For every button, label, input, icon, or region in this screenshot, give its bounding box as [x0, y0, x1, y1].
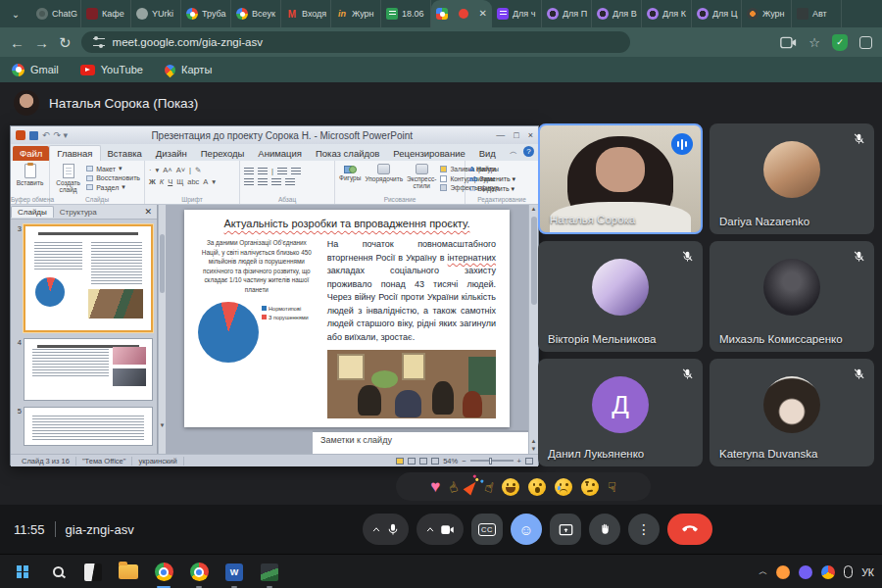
- zoom-slider[interactable]: [470, 460, 514, 462]
- view-reading-icon[interactable]: [419, 458, 427, 465]
- bookmark-maps[interactable]: Карты: [165, 64, 212, 75]
- reaction-thumbs-up-icon[interactable]: ☝: [447, 478, 460, 494]
- panel-tab-slides[interactable]: Слайды: [11, 206, 54, 218]
- browser-tab[interactable]: 18.06: [381, 0, 431, 27]
- reaction-joy-icon[interactable]: [502, 478, 519, 496]
- avatar: [592, 259, 649, 316]
- present-screen-button[interactable]: [550, 514, 581, 545]
- site-settings-icon[interactable]: [93, 38, 105, 46]
- taskbar-chrome-profile2[interactable]: [188, 562, 210, 583]
- camera-options-chevron-icon[interactable]: [425, 525, 435, 533]
- layout-button: Макет ▾: [86, 165, 140, 172]
- mic-options-chevron-icon[interactable]: [371, 525, 381, 533]
- bookmark-star-icon[interactable]: ☆: [808, 36, 820, 49]
- reaction-crying-icon[interactable]: [555, 478, 572, 496]
- tab-close-icon[interactable]: ✕: [479, 9, 487, 19]
- reactions-button[interactable]: ☺: [511, 514, 542, 545]
- browser-tab[interactable]: Для П: [542, 0, 592, 27]
- browser-tab[interactable]: Труба: [181, 0, 231, 27]
- reaction-party-popper-icon[interactable]: [463, 478, 479, 495]
- browser-tab[interactable]: ChatG: [31, 0, 81, 27]
- panel-scrollbar[interactable]: ▼: [158, 205, 166, 454]
- browser-tab[interactable]: Для К: [642, 0, 692, 27]
- participant-tile-viktoria[interactable]: Вікторія Мельникова: [538, 241, 703, 352]
- fit-to-window-icon[interactable]: [525, 458, 533, 465]
- taskbar-app-photos[interactable]: [82, 562, 104, 583]
- tray-expand-icon[interactable]: ︿: [759, 565, 767, 578]
- taskbar-word[interactable]: W: [223, 562, 245, 583]
- address-bar[interactable]: meet.google.com/gia-zngi-asv: [81, 31, 630, 53]
- tab-camera-icon[interactable]: [780, 36, 797, 49]
- captions-button[interactable]: CC: [471, 514, 503, 545]
- forward-button[interactable]: →: [34, 35, 49, 50]
- hangup-icon: [681, 524, 699, 534]
- avatar: [763, 141, 820, 198]
- slide-thumbnail-3[interactable]: [24, 224, 153, 332]
- extensions-icon[interactable]: [859, 36, 872, 49]
- view-sorter-icon[interactable]: [408, 458, 416, 465]
- more-options-button[interactable]: ⋮: [628, 514, 660, 545]
- next-slide-button[interactable]: ▼: [529, 446, 538, 452]
- browser-tab[interactable]: YUrki: [131, 0, 181, 27]
- slide-photo: [327, 350, 496, 418]
- browser-tab-active-meet[interactable]: ✕: [431, 0, 492, 27]
- reaction-thumbs-down-icon[interactable]: ☟: [608, 480, 616, 494]
- mic-button[interactable]: [363, 514, 409, 545]
- tab-search-button[interactable]: ⌄: [3, 3, 28, 24]
- raise-hand-button[interactable]: [589, 514, 620, 545]
- back-button[interactable]: ←: [10, 35, 24, 50]
- tray-app-icon[interactable]: [821, 565, 835, 579]
- url-text[interactable]: meet.google.com/gia-zngi-asv: [113, 36, 263, 48]
- bookmark-youtube[interactable]: YouTube: [80, 64, 143, 75]
- taskbar-image-app[interactable]: [259, 562, 280, 583]
- browser-tab[interactable]: Всеук: [231, 0, 281, 27]
- purple-favicon: [597, 8, 609, 20]
- linkedin-favicon: in: [336, 8, 348, 20]
- ppt-tab-slideshow: Показ слайдов: [309, 146, 386, 161]
- participant-tile-dariya[interactable]: Dariya Nazarenko: [710, 123, 874, 234]
- view-slideshow-icon[interactable]: [431, 458, 439, 465]
- slide-thumbnail-5[interactable]: [24, 407, 153, 446]
- view-normal-icon[interactable]: [396, 458, 404, 465]
- start-button[interactable]: [12, 562, 33, 583]
- participant-tile-natalya[interactable]: Наталья Сорока: [538, 123, 703, 234]
- reaction-thinking-icon[interactable]: [581, 478, 599, 496]
- taskbar-search-button[interactable]: [47, 562, 69, 583]
- tray-viber-icon[interactable]: [799, 565, 812, 579]
- participant-tile-kateryna[interactable]: Kateryna Duvanska: [710, 359, 874, 466]
- reaction-sparkling-heart-icon[interactable]: ♥: [430, 478, 440, 495]
- camera-button[interactable]: [416, 514, 464, 545]
- zoom-in-button[interactable]: +: [517, 457, 521, 466]
- panel-close-icon[interactable]: ✕: [144, 207, 157, 217]
- bookmark-gmail[interactable]: Gmail: [12, 64, 59, 76]
- taskbar-chrome[interactable]: [153, 562, 174, 583]
- ppt-notes-pane[interactable]: Заметки к слайду: [313, 430, 528, 454]
- browser-tab[interactable]: Авт: [792, 0, 842, 27]
- language-indicator[interactable]: УК: [861, 566, 874, 578]
- shared-screen-powerpoint[interactable]: ↶ ↷ ▾ Презентация до проекту Сорока Н. -…: [10, 125, 539, 466]
- reaction-astonished-icon[interactable]: [528, 478, 546, 496]
- participant-tile-mikhael[interactable]: Михаэль Комиссаренко: [710, 241, 874, 352]
- tray-app-orange-icon[interactable]: [776, 565, 790, 579]
- browser-tab[interactable]: Для ч: [492, 0, 542, 27]
- participant-tile-danil[interactable]: Д Данил Лукьяненко: [538, 359, 703, 466]
- current-slide[interactable]: Актуальність розробки та впровадження пр…: [184, 210, 510, 427]
- browser-tab[interactable]: Для Ц: [692, 0, 742, 27]
- browser-tab[interactable]: Журн: [742, 0, 792, 27]
- prev-slide-button[interactable]: ▲: [529, 438, 538, 444]
- leave-call-button[interactable]: [667, 514, 712, 545]
- slide-thumbnail-4[interactable]: [24, 338, 153, 401]
- tray-mic-icon[interactable]: [844, 565, 853, 578]
- slide-scrollbar[interactable]: ▲ ▲▼: [528, 205, 538, 454]
- zoom-out-button[interactable]: −: [462, 457, 466, 466]
- browser-tab[interactable]: MВходя: [281, 0, 331, 27]
- word-icon: W: [225, 564, 243, 581]
- panel-tab-outline[interactable]: Структура: [54, 207, 103, 218]
- taskbar-file-explorer[interactable]: [118, 562, 139, 583]
- browser-tab[interactable]: inЖурн: [331, 0, 381, 27]
- reaction-clapping-hands-icon[interactable]: ☝: [483, 479, 495, 495]
- reload-button[interactable]: ↻: [59, 35, 72, 50]
- browser-tab[interactable]: Кафе: [81, 0, 131, 27]
- adblock-extension-icon[interactable]: ✓: [832, 34, 848, 51]
- browser-tab[interactable]: Для В: [592, 0, 642, 27]
